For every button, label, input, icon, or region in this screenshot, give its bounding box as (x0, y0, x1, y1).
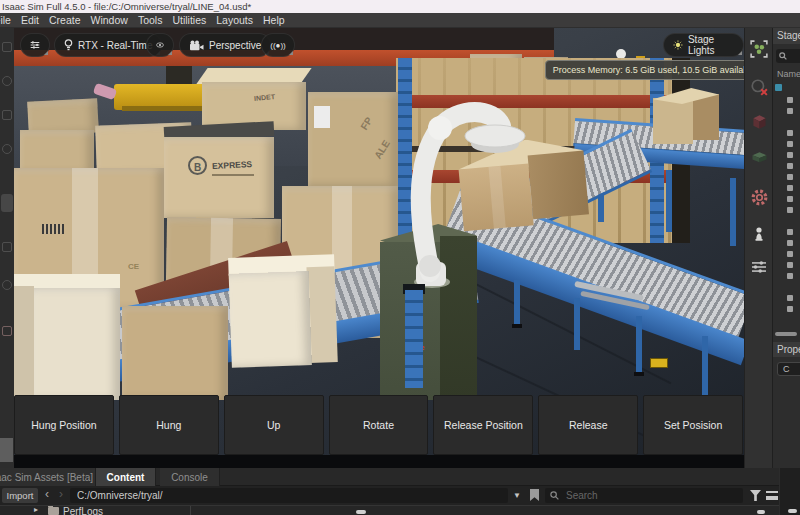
conveyor-leg (730, 178, 736, 246)
stage-panel-title[interactable]: Stage (773, 28, 800, 44)
camera-icon (189, 40, 204, 51)
character-button[interactable] (745, 226, 773, 243)
bookmark-icon[interactable] (530, 489, 539, 501)
physics-button[interactable]: ((●)) (261, 33, 295, 57)
tree-item-label[interactable]: PerfLogs (63, 506, 103, 515)
stage-tree-row[interactable] (773, 162, 800, 171)
rotate-button[interactable]: Rotate (329, 395, 429, 455)
action-button-row: Hung Position Hung Up Rotate Release Pos… (14, 395, 743, 455)
box-detail-line (212, 174, 254, 176)
left-tool-icon[interactable] (2, 280, 12, 290)
box-face (653, 98, 693, 144)
stage-name-column-header[interactable]: Name (777, 69, 800, 79)
stage-tree-row[interactable] (773, 239, 800, 248)
scrollbar-thumb[interactable] (356, 510, 366, 514)
stage-tree-row[interactable] (773, 184, 800, 193)
stage-tree-row[interactable] (773, 250, 800, 259)
property-panel-button[interactable]: C (777, 362, 800, 376)
left-tool-icon[interactable] (0, 438, 13, 462)
left-tool-icon[interactable] (2, 144, 12, 154)
menu-window[interactable]: Window (86, 14, 133, 26)
snap-disabled-button[interactable] (745, 78, 773, 96)
viewport-canvas[interactable]: INDET FP ALE B EXPRESS CE (14, 28, 744, 468)
visibility-button[interactable] (146, 33, 174, 57)
breadcrumb-path-field[interactable]: C:/Omniverse/tryal/ (70, 488, 508, 503)
viewport-bottom-strip (14, 455, 744, 468)
stage-tree-row[interactable] (773, 272, 800, 281)
stage-tree-row[interactable] (773, 96, 800, 105)
stage-tree-row[interactable] (773, 151, 800, 160)
left-tool-icon[interactable] (2, 110, 12, 120)
cube-icon (751, 114, 768, 130)
menu-layouts[interactable]: Layouts (211, 14, 258, 26)
hung-position-button[interactable]: Hung Position (14, 395, 114, 455)
mesh-prim-button[interactable] (745, 150, 773, 164)
content-search-input[interactable] (564, 489, 714, 502)
up-button[interactable]: Up (224, 395, 324, 455)
stage-tree-row[interactable] (773, 173, 800, 182)
scrollbar-thumb[interactable] (757, 510, 765, 514)
stage-tree-row[interactable] (773, 107, 800, 116)
tab-isaac-sim-assets[interactable]: Isaac Sim Assets [Beta] (0, 468, 96, 486)
left-tool-icon-active[interactable] (1, 194, 13, 212)
magnifier-icon (779, 52, 787, 60)
selection-mode-button[interactable] (745, 40, 773, 58)
right-scroll-column[interactable] (779, 468, 800, 515)
menu-utilities[interactable]: Utilities (167, 14, 211, 26)
release-position-button[interactable]: Release Position (433, 395, 533, 455)
gear-icon (750, 188, 769, 207)
folder-icon (48, 507, 59, 515)
content-tree-row[interactable]: ▸ PerfLogs (0, 505, 779, 515)
tab-console[interactable]: Console (160, 468, 220, 486)
display-options-button[interactable] (745, 260, 773, 274)
physics-settings-button[interactable] (745, 188, 773, 207)
menu-file[interactable]: File (0, 14, 16, 26)
app-window: Isaac Sim Full 4.5.0 - file:/C:/Omnivers… (0, 0, 800, 515)
hung-button[interactable]: Hung (119, 395, 219, 455)
stage-tree-row[interactable] (773, 206, 800, 215)
stage-tree-row[interactable] (773, 294, 800, 303)
release-button[interactable]: Release (538, 395, 638, 455)
stage-search-input[interactable] (776, 49, 800, 63)
viewport-settings-button[interactable] (20, 33, 50, 57)
menu-icon[interactable] (766, 491, 778, 500)
left-tool-icon[interactable] (2, 326, 12, 336)
window-titlebar[interactable]: Isaac Sim Full 4.5.0 - file:/C:/Omnivers… (0, 0, 800, 13)
stage-tree-row[interactable] (773, 140, 800, 149)
property-panel-title[interactable]: Property (773, 342, 800, 357)
camera-button[interactable]: Perspective (179, 33, 271, 57)
import-button[interactable]: Import (2, 488, 38, 503)
left-tool-icon[interactable] (2, 76, 12, 86)
caret-down-icon[interactable]: ▼ (513, 491, 521, 500)
stage-hscrollbar[interactable] (775, 332, 797, 336)
funnel-icon[interactable] (750, 490, 761, 501)
content-search-field[interactable] (545, 488, 743, 503)
expander-icon[interactable]: ▸ (34, 505, 38, 514)
menu-create[interactable]: Create (44, 14, 86, 26)
column-divider[interactable] (190, 506, 191, 515)
left-toolbar-strip (0, 28, 14, 468)
stage-lights-button[interactable]: Stage Lights (663, 33, 744, 57)
left-tool-icon[interactable] (2, 242, 12, 252)
cube-prim-button[interactable] (745, 114, 773, 130)
back-arrow-icon[interactable]: ‹ (45, 487, 49, 501)
menu-edit[interactable]: Edit (16, 14, 44, 26)
stage-tree-row[interactable] (773, 195, 800, 204)
set-position-button[interactable]: Set Posision (643, 395, 743, 455)
forward-arrow-icon[interactable]: › (59, 487, 63, 501)
box-label-ce: CE (128, 262, 139, 271)
stage-tree-row[interactable] (773, 305, 800, 314)
menu-tools[interactable]: Tools (133, 14, 168, 26)
stage-tree-row[interactable] (773, 261, 800, 270)
left-tool-icon[interactable] (2, 42, 12, 52)
eye-icon (156, 40, 164, 50)
stage-tree-row[interactable] (773, 228, 800, 237)
tab-content[interactable]: Content (96, 468, 156, 486)
world-prim-icon (775, 84, 782, 91)
stage-tree-row[interactable] (773, 84, 800, 93)
snap-disabled-icon (750, 78, 768, 96)
sliders-icon (750, 260, 768, 274)
scrollbar-thumb[interactable] (788, 509, 797, 513)
stage-tree-row[interactable] (773, 129, 800, 138)
menu-help[interactable]: Help (258, 14, 290, 26)
